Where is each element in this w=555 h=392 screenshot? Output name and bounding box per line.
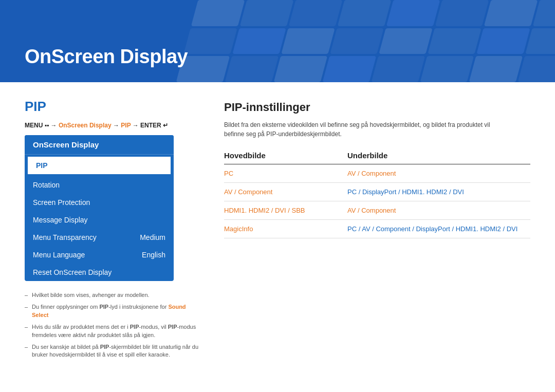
col1-header: Hovedbilde <box>224 151 347 160</box>
main-content: PIP MENU ▪▪ → OnScreen Display → PIP → E… <box>0 82 555 380</box>
menu-item-menu-transparency[interactable]: Menu Transparency Medium <box>25 229 174 246</box>
note-2: Du finner opplysninger om PIP-lyd i inst… <box>25 303 199 319</box>
diamond-pattern <box>176 0 555 82</box>
menu-enter-icon: ↵ <box>163 122 168 129</box>
note-4: Du ser kanskje at bildet på PIP-skjermbi… <box>25 343 199 359</box>
menu-item-reset[interactable]: Reset OnScreen Display <box>25 264 174 281</box>
menu-arrow-2: → <box>113 122 121 129</box>
right-column: PIP-innstillinger Bildet fra den ekstern… <box>224 99 530 363</box>
header-banner: OnScreen Display <box>0 0 555 82</box>
menu-item-rotation[interactable]: Rotation <box>25 176 174 194</box>
menu-box-header: OnScreen Display <box>25 135 174 155</box>
menu-enter: ENTER <box>140 122 161 129</box>
table-row: MagicInfo PC / AV / Component / DisplayP… <box>224 220 530 238</box>
table-row: PC AV / Component <box>224 164 530 183</box>
menu-prefix: MENU <box>25 122 43 129</box>
menu-box: OnScreen Display PIP Rotation Screen Pro… <box>25 135 174 281</box>
menu-arrow-3: → <box>133 122 140 129</box>
menu-item-menu-language[interactable]: Menu Language English <box>25 246 174 264</box>
menu-highlight-1: OnScreen Display <box>59 122 112 129</box>
menu-item-message-display[interactable]: Message Display <box>25 211 174 229</box>
col2-header: Underbilde <box>347 151 530 160</box>
table-header: Hovedbilde Underbilde <box>224 151 530 164</box>
menu-highlight-2: PIP <box>121 122 131 129</box>
pip-section-title: PIP <box>25 99 199 115</box>
banner-background <box>0 0 555 82</box>
table-row: AV / Component PC / DisplayPort / HDMI1.… <box>224 183 530 201</box>
pip-settings-title: PIP-innstillinger <box>224 101 530 114</box>
table-row: HDMI1. HDMI2 / DVI / SBB AV / Component <box>224 201 530 220</box>
menu-item-screen-protection[interactable]: Screen Protection <box>25 194 174 211</box>
table-cell-row3-col1: HDMI1. HDMI2 / DVI / SBB <box>224 207 347 214</box>
table-cell-row1-col1: PC <box>224 170 347 177</box>
menu-item-menu-language-value: English <box>142 251 165 259</box>
menu-item-message-display-label: Message Display <box>33 216 88 224</box>
notes-section: Hvilket bilde som vises, avhenger av mod… <box>25 291 199 359</box>
table-cell-row2-col2: PC / DisplayPort / HDMI1. HDMI2 / DVI <box>347 188 530 196</box>
table-cell-row4-col1: MagicInfo <box>224 225 347 233</box>
menu-item-menu-transparency-value: Medium <box>140 233 165 241</box>
menu-item-menu-language-label: Menu Language <box>33 251 85 259</box>
menu-icon: ▪▪ <box>45 122 49 129</box>
page-title: OnScreen Display <box>25 46 188 68</box>
menu-path: MENU ▪▪ → OnScreen Display → PIP → ENTER… <box>25 122 199 129</box>
note-3: Hvis du slår av produktet mens det er i … <box>25 323 199 339</box>
table-cell-row1-col2: AV / Component <box>347 170 530 177</box>
left-column: PIP MENU ▪▪ → OnScreen Display → PIP → E… <box>25 99 199 363</box>
table-cell-row2-col1: AV / Component <box>224 188 347 196</box>
note-1: Hvilket bilde som vises, avhenger av mod… <box>25 291 199 299</box>
pip-description: Bildet fra den eksterne videokilden vil … <box>224 120 491 139</box>
menu-item-pip-label: PIP <box>36 161 48 170</box>
table-cell-row4-col2: PC / AV / Component / DisplayPort / HDMI… <box>347 225 530 233</box>
table-cell-row3-col2: AV / Component <box>347 207 530 214</box>
menu-arrow-1: → <box>51 122 59 129</box>
menu-item-rotation-label: Rotation <box>33 181 60 189</box>
menu-item-screen-protection-label: Screen Protection <box>33 198 90 207</box>
menu-item-menu-transparency-label: Menu Transparency <box>33 233 97 241</box>
menu-item-pip[interactable]: PIP <box>27 156 172 175</box>
menu-item-reset-label: Reset OnScreen Display <box>33 268 112 276</box>
